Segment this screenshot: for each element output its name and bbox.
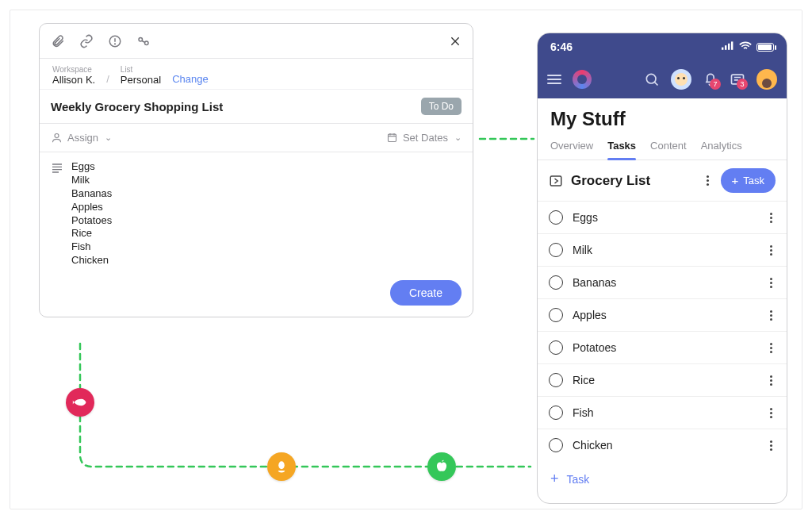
checkbox[interactable] (549, 308, 563, 322)
svg-line-23 (654, 82, 657, 85)
task-menu-icon[interactable] (766, 343, 776, 353)
add-task-label: Task (743, 175, 764, 186)
task-row[interactable]: Milk (538, 234, 787, 267)
svg-rect-18 (722, 48, 723, 50)
task-menu-icon[interactable] (766, 408, 776, 418)
signal-icon (722, 40, 734, 53)
user-avatar[interactable] (756, 69, 777, 90)
attachment-icon[interactable] (51, 34, 65, 48)
task-label: Eggs (573, 211, 756, 224)
status-pill[interactable]: To Do (421, 98, 462, 115)
desc-item: Apples (71, 201, 112, 214)
svg-point-7 (55, 134, 59, 138)
task-menu-icon[interactable] (766, 310, 776, 321)
add-task-button[interactable]: + Task (721, 168, 776, 193)
task-label: Potatoes (573, 341, 756, 354)
task-label: Milk (573, 244, 756, 256)
editor-toolbar (40, 24, 473, 59)
tab-content[interactable]: Content (650, 133, 687, 160)
svg-rect-21 (731, 41, 733, 49)
task-label: Chicken (573, 439, 756, 452)
wifi-icon (739, 40, 752, 53)
dates-label: Set Dates (403, 132, 448, 144)
set-dates-action[interactable]: Set Dates ⌄ (386, 132, 462, 144)
task-row[interactable]: Fish (538, 397, 787, 429)
plus-icon: + (732, 174, 739, 187)
desc-item: Bananas (71, 187, 112, 201)
svg-rect-8 (388, 134, 396, 141)
dependency-icon[interactable] (136, 34, 151, 48)
tab-tasks[interactable]: Tasks (607, 133, 636, 160)
breadcrumb-separator: / (106, 73, 109, 85)
create-button[interactable]: Create (390, 280, 462, 306)
editor-breadcrumb: Workspace Allison K. / List Personal Cha… (40, 59, 473, 90)
task-label: Apples (573, 309, 756, 321)
desc-item: Fish (71, 240, 112, 254)
search-icon[interactable] (644, 71, 660, 87)
svg-point-17 (278, 461, 285, 469)
task-row[interactable]: Rice (538, 364, 787, 397)
list-title: Grocery List (571, 173, 695, 189)
checkbox[interactable] (549, 340, 563, 355)
checkbox[interactable] (549, 438, 563, 452)
task-title[interactable]: Weekly Grocery Shopping List (51, 100, 421, 113)
app-logo[interactable] (573, 70, 592, 89)
page-title: My Stuff (538, 98, 787, 133)
link-icon[interactable] (79, 34, 94, 48)
editor-footer: Create (40, 272, 473, 317)
checkbox[interactable] (549, 275, 563, 290)
tab-overview[interactable]: Overview (550, 133, 593, 160)
svg-point-22 (646, 74, 656, 83)
task-description[interactable]: Eggs Milk Bananas Apples Potatoes Rice F… (71, 160, 112, 267)
connector-fish-node (66, 388, 94, 417)
checkbox[interactable] (549, 373, 563, 387)
editor-actions: Assign ⌄ Set Dates ⌄ (40, 124, 473, 152)
svg-rect-25 (550, 176, 561, 186)
task-menu-icon[interactable] (766, 213, 776, 223)
assistant-avatar[interactable] (671, 69, 691, 90)
editor-body[interactable]: Eggs Milk Bananas Apples Potatoes Rice F… (40, 152, 473, 272)
add-task-row-label: Task (567, 473, 590, 486)
task-label: Bananas (573, 276, 756, 289)
task-row[interactable]: Bananas (538, 267, 787, 299)
breadcrumb-change[interactable]: Change (172, 73, 209, 85)
task-list: Eggs Milk Bananas Apples Potatoes (538, 202, 787, 461)
desc-item: Potatoes (71, 214, 112, 228)
text-icon (51, 162, 63, 267)
chevron-down-icon: ⌄ (454, 133, 462, 143)
phone-navbar: 7 3 (538, 60, 787, 98)
bell-icon[interactable]: 7 (703, 71, 718, 87)
checkbox[interactable] (549, 406, 563, 420)
assign-label: Assign (67, 132, 98, 144)
clock-text: 6:46 (550, 40, 573, 53)
assign-action[interactable]: Assign ⌄ (51, 132, 112, 144)
connector-egg-node (267, 452, 296, 481)
chevron-down-icon: ⌄ (105, 133, 112, 143)
editor-title-row: Weekly Grocery Shopping List To Do (40, 90, 473, 124)
desc-item: Chicken (71, 254, 112, 267)
task-menu-icon[interactable] (766, 245, 776, 256)
task-label: Rice (573, 374, 756, 386)
menu-icon[interactable] (547, 75, 561, 84)
task-row[interactable]: Apples (538, 299, 787, 332)
bell-badge: 7 (710, 79, 721, 90)
tab-analytics[interactable]: Analytics (701, 133, 742, 160)
checkbox[interactable] (549, 210, 563, 225)
inbox-icon[interactable]: 3 (730, 71, 745, 87)
list-header: Grocery List + Task (538, 160, 787, 202)
task-row[interactable]: Eggs (538, 202, 787, 234)
task-menu-icon[interactable] (766, 440, 776, 451)
close-icon[interactable] (449, 35, 462, 48)
svg-rect-19 (725, 45, 726, 50)
task-menu-icon[interactable] (766, 375, 776, 386)
add-task-row[interactable]: + Task (538, 461, 787, 497)
list-menu-icon[interactable] (703, 175, 713, 186)
desc-item: Milk (71, 174, 112, 187)
desc-item: Eggs (71, 160, 112, 174)
app-frame: Workspace Allison K. / List Personal Cha… (10, 10, 802, 509)
task-menu-icon[interactable] (766, 278, 776, 288)
important-icon[interactable] (108, 34, 122, 48)
task-row[interactable]: Potatoes (538, 332, 787, 364)
checkbox[interactable] (549, 243, 563, 257)
task-row[interactable]: Chicken (538, 429, 787, 461)
